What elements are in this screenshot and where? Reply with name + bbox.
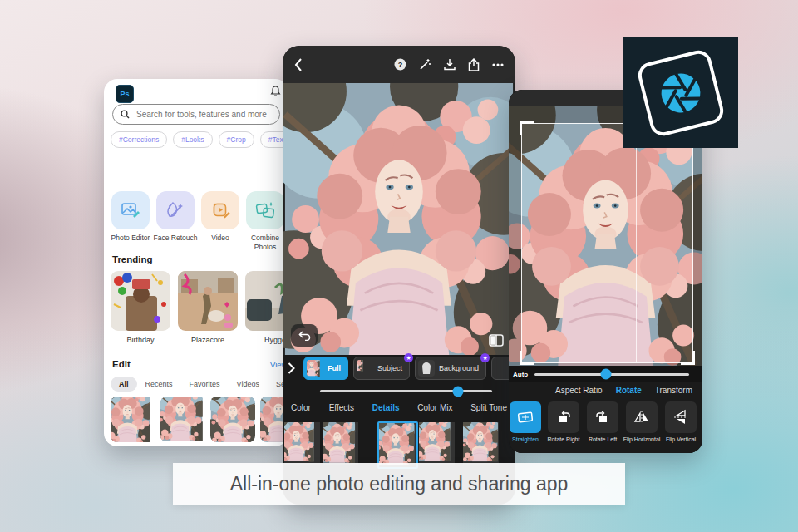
trending-item-birthday[interactable]: Birthday [111, 271, 170, 344]
filmstrip-thumbnail[interactable] [284, 422, 320, 465]
trending-label: Birthday [111, 336, 170, 344]
tool-label: Rotate Left [583, 436, 623, 443]
editor-topbar: ? [283, 46, 515, 83]
photo-thumbnail[interactable] [160, 397, 205, 442]
quick-action-photo-editor[interactable]: Photo Editor [108, 191, 153, 251]
tool-label: Flip Vertical [661, 436, 701, 443]
search-input[interactable] [135, 109, 272, 120]
trending-label: Plazacore [178, 336, 238, 344]
undo-button[interactable] [291, 324, 318, 347]
flip-horizontal-icon [633, 411, 650, 424]
tab-split-tone[interactable]: Split Tone [470, 403, 507, 412]
share-icon[interactable] [468, 58, 480, 71]
tab-all[interactable]: All [111, 377, 137, 392]
app-logo [623, 37, 738, 148]
tab-favorites[interactable]: Favorites [181, 377, 229, 392]
hashtag-chip[interactable]: #Crop [219, 131, 254, 148]
filmstrip-thumbnail[interactable] [463, 422, 499, 465]
quick-action-face-retouch[interactable]: Face Retouch [153, 191, 198, 251]
crop-handle[interactable] [520, 121, 534, 135]
editor-photo [283, 83, 515, 355]
undo-icon [298, 331, 311, 341]
flip-vertical-icon [674, 409, 687, 426]
home-screen: Ps #Corrections #Looks #Crop #Text #Liqu… [104, 79, 288, 446]
hashtag-chip[interactable]: #Corrections [111, 131, 167, 148]
photo-thumbnail[interactable] [210, 397, 255, 442]
back-icon[interactable] [294, 58, 303, 71]
tab-effects[interactable]: Effects [329, 403, 354, 412]
tab-transform[interactable]: Transform [655, 386, 692, 395]
chip-label: Subject [377, 364, 402, 372]
filmstrip-thumbnail[interactable] [419, 422, 455, 465]
tab-color-mix[interactable]: Color Mix [417, 403, 452, 412]
face-retouch-icon [165, 200, 186, 221]
ps-app-icon: Ps [116, 85, 134, 103]
adjustment-slider[interactable] [320, 390, 492, 392]
edit-title: Edit [112, 359, 131, 369]
slider-thumb[interactable] [600, 369, 611, 380]
aperture-icon [653, 66, 707, 120]
search-bar[interactable] [112, 104, 280, 125]
straighten-icon [517, 410, 534, 425]
search-icon [121, 110, 130, 119]
compare-button[interactable] [489, 334, 504, 347]
chip-subject[interactable]: Subject ★ [353, 357, 410, 380]
marketing-banner: Ps #Corrections #Looks #Crop #Text #Liqu… [0, 0, 798, 532]
combine-photos-icon [254, 200, 276, 221]
tool-flip-vertical[interactable]: Flip Vertical [661, 401, 701, 443]
trending-row: Birthday Plazacore Hygge [111, 271, 288, 344]
chip-label: Background [439, 364, 479, 372]
tab-recents[interactable]: Recents [137, 377, 181, 392]
premium-badge-icon: ★ [480, 353, 490, 362]
chip-label: Full [328, 364, 341, 372]
photo-thumbnail[interactable] [111, 397, 155, 442]
trending-title: Trending [112, 254, 153, 264]
tool-label: Straighten [509, 436, 545, 443]
tab-rotate[interactable]: Rotate [616, 386, 642, 395]
chevron-right-icon[interactable] [288, 362, 295, 374]
tab-color[interactable]: Color [291, 403, 311, 412]
more-icon[interactable] [492, 63, 504, 66]
chip-background[interactable]: Background ★ [415, 357, 486, 380]
tool-rotate-left[interactable]: Rotate Left [583, 401, 623, 443]
tool-label: Rotate Right [544, 436, 584, 443]
trending-item-plazacore[interactable]: Plazacore [178, 271, 238, 344]
tool-flip-horizontal[interactable]: Flip Horizontal [622, 401, 662, 443]
edit-tabs: All Recents Favorites Videos Selfies [111, 377, 288, 392]
slider-thumb[interactable] [452, 386, 463, 397]
caption-bar: All-in-one photo editing and sharing app [173, 463, 625, 505]
rotate-right-icon [556, 410, 571, 425]
tool-label: Flip Horizontal [622, 436, 662, 443]
editor-screen: ? [283, 46, 515, 505]
crop-handle[interactable] [681, 351, 695, 365]
photo-editor-icon [120, 200, 141, 221]
help-icon[interactable]: ? [394, 58, 406, 71]
quick-action-video[interactable]: Video [198, 191, 243, 251]
quick-action-combine-photos[interactable]: Combine Photos [243, 191, 288, 251]
hashtag-chips: #Corrections #Looks #Crop #Text #Liquify [111, 131, 288, 148]
crop-handle[interactable] [520, 351, 534, 365]
quick-action-label: Video [198, 234, 243, 243]
download-icon[interactable] [444, 58, 456, 71]
chip-full[interactable]: Full [303, 357, 348, 380]
tab-aspect-ratio[interactable]: Aspect Ratio [555, 386, 603, 395]
video-icon [209, 200, 231, 221]
quick-action-label: Combine Photos [243, 234, 288, 251]
tab-details[interactable]: Details [372, 403, 400, 412]
caption-text: All-in-one photo editing and sharing app [230, 473, 569, 495]
rotate-tools-panel: Straighten Rotate Right Rotate Left [509, 397, 702, 453]
tool-rotate-right[interactable]: Rotate Right [544, 401, 584, 443]
crop-frame[interactable] [521, 123, 693, 363]
hashtag-chip[interactable]: #Looks [173, 131, 212, 148]
magic-wand-icon[interactable] [419, 58, 431, 71]
tab-videos[interactable]: Videos [229, 377, 268, 392]
filmstrip-thumbnail[interactable] [323, 422, 358, 465]
straighten-slider[interactable] [534, 373, 689, 376]
filmstrip-thumbnail-selected[interactable] [377, 421, 418, 469]
tool-straighten[interactable]: Straighten [509, 401, 545, 443]
bell-icon[interactable] [270, 86, 281, 97]
edit-thumbnails [111, 397, 288, 442]
crop-tabs: Aspect Ratio Rotate Transform [509, 382, 702, 397]
premium-badge-icon: ★ [404, 353, 413, 362]
quick-action-label: Photo Editor [108, 234, 153, 243]
